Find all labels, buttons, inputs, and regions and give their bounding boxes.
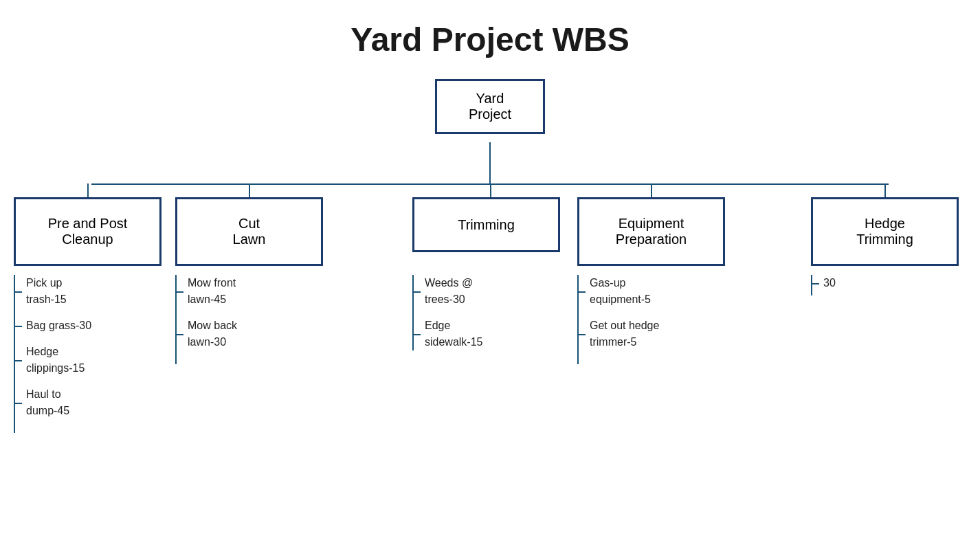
v-line-1 [249, 183, 250, 197]
v-line-2 [490, 183, 491, 197]
list-item: Get out hedgetrimmer-5 [577, 317, 659, 350]
child-label-pre-post: Pre and Post Cleanup [48, 216, 128, 247]
child-node-pre-post: Pre and Post Cleanup [14, 197, 162, 266]
v-line-3 [651, 183, 652, 197]
list-item: Edgesidewalk-15 [412, 317, 482, 350]
child-node-hedge: Hedge Trimming [811, 197, 959, 266]
list-item: 30 [811, 275, 836, 291]
sub-items-pre-post: Pick uptrash-15 Bag grass-30 Hedgeclippi… [14, 275, 91, 429]
child-label-equipment: Equipment Preparation [616, 216, 687, 247]
sub-items-cut-lawn: Mow frontlawn-45 Mow backlawn-30 [175, 275, 237, 360]
list-item: Haul todump-45 [14, 386, 91, 419]
v-line-0 [87, 183, 89, 197]
sub-items-equipment: Gas-upequipment-5 Get out hedgetrimmer-5 [577, 275, 659, 360]
child-label-cut-lawn: Cut Lawn [233, 216, 266, 247]
list-item: Pick uptrash-15 [14, 275, 91, 308]
page-title: Yard Project WBS [0, 0, 980, 72]
list-item: Weeds @trees-30 [412, 275, 482, 308]
sub-items-hedge: 30 [811, 275, 836, 301]
child-node-trimming: Trimming [412, 197, 560, 252]
list-item: Mow frontlawn-45 [175, 275, 237, 308]
v-line-4 [884, 183, 886, 197]
list-item: Mow backlawn-30 [175, 317, 237, 350]
child-node-cut-lawn: Cut Lawn [175, 197, 323, 266]
list-item: Bag grass-30 [14, 317, 91, 334]
child-label-hedge: Hedge Trimming [856, 216, 913, 247]
wbs-diagram: Yard Project Pre and Post Cleanup Pick u… [0, 72, 980, 544]
list-item: Hedgeclippings-15 [14, 344, 91, 377]
root-node: Yard Project [435, 79, 545, 134]
child-node-equipment: Equipment Preparation [577, 197, 725, 266]
sub-items-trimming: Weeds @trees-30 Edgesidewalk-15 [412, 275, 482, 360]
root-line-down [489, 142, 491, 183]
root-label: Yard Project [469, 91, 511, 122]
child-label-trimming: Trimming [458, 217, 515, 233]
list-item: Gas-upequipment-5 [577, 275, 659, 308]
